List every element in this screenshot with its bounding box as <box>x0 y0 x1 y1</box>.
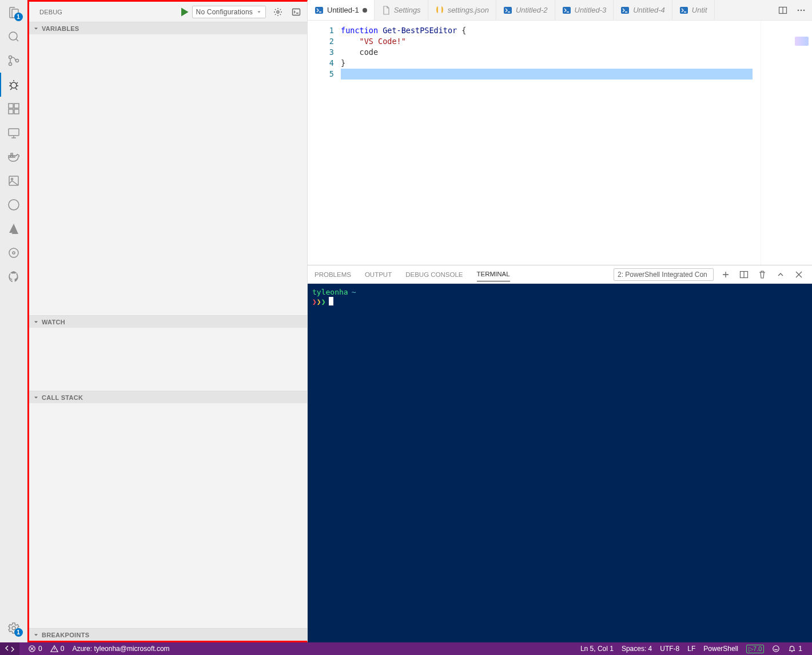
status-errors[interactable]: 0 <box>24 642 46 655</box>
debug-config-select[interactable]: No Configurations <box>192 6 266 18</box>
activity-bar: 1 <box>0 0 27 642</box>
activity-azure[interactable] <box>0 217 27 241</box>
editor-tab[interactable]: Settings <box>375 0 428 20</box>
activity-docker[interactable] <box>0 145 27 169</box>
section-callstack-header[interactable]: CALL STACK <box>29 391 307 403</box>
activity-github[interactable] <box>0 265 27 289</box>
remote-indicator[interactable] <box>0 642 19 655</box>
svg-point-4 <box>11 82 17 88</box>
close-panel-icon[interactable] <box>793 268 805 281</box>
split-editor-icon[interactable] <box>777 4 789 17</box>
tab-label: Untitled-4 <box>633 6 665 14</box>
activity-extensions[interactable] <box>0 97 27 121</box>
editor-tab[interactable]: Untit <box>672 0 715 20</box>
svg-point-11 <box>11 178 13 180</box>
svg-rect-22 <box>680 7 688 14</box>
panel-tab-problems[interactable]: PROBLEMS <box>315 268 351 281</box>
tab-label: Untitled-1 <box>327 6 359 14</box>
section-watch-header[interactable]: WATCH <box>29 315 307 328</box>
editor-area: Untitled-1Settingssettings.jsonUntitled-… <box>308 0 812 642</box>
new-terminal-icon[interactable] <box>719 268 732 281</box>
line-gutter: 12345 <box>308 21 341 265</box>
svg-rect-8 <box>14 104 19 108</box>
editor-tab[interactable]: settings.json <box>428 0 496 20</box>
status-bar: 0 0 Azure: tyleonha@microsoft.com Ln 5, … <box>0 642 812 655</box>
svg-rect-9 <box>9 129 19 136</box>
code-content[interactable]: function Get-BestPSEditor { "VS Code!" c… <box>341 21 812 265</box>
debug-console-icon[interactable] <box>290 6 302 18</box>
panel-tab-output[interactable]: OUTPUT <box>365 268 392 281</box>
section-breakpoints: BREAKPOINTS <box>29 628 307 641</box>
terminal-user: tyleonha <box>312 288 348 296</box>
svg-rect-19 <box>504 7 512 14</box>
activity-circle-icon[interactable] <box>0 241 27 265</box>
debug-title: DEBUG <box>39 9 178 15</box>
activity-bookmark-icon[interactable] <box>0 193 27 217</box>
tab-label: Settings <box>394 6 421 14</box>
terminal-prompt: ❯❯❯ <box>312 297 325 306</box>
activity-scm[interactable] <box>0 49 27 73</box>
chevron-down-icon <box>31 317 41 327</box>
section-variables-header[interactable]: VARIABLES <box>29 22 307 34</box>
editor-tab[interactable]: Untitled-1 <box>308 0 375 20</box>
tab-label: Untit <box>692 6 707 14</box>
svg-point-24 <box>798 9 799 11</box>
status-encoding[interactable]: UTF-8 <box>656 645 683 653</box>
svg-point-12 <box>9 200 19 210</box>
chevron-down-icon <box>31 24 41 33</box>
maximize-panel-icon[interactable] <box>774 268 787 281</box>
section-callstack: CALL STACK <box>29 391 307 628</box>
debug-header: DEBUG No Configurations <box>29 2 307 22</box>
section-variables: VARIABLES <box>29 22 307 315</box>
start-debug-button[interactable] <box>178 6 190 18</box>
code-editor[interactable]: 12345 function Get-BestPSEditor { "VS Co… <box>308 21 812 265</box>
status-cursor[interactable]: Ln 5, Col 1 <box>576 645 618 653</box>
svg-point-14 <box>13 252 15 254</box>
status-spaces[interactable]: Spaces: 4 <box>618 645 656 653</box>
panel-tab-terminal[interactable]: TERMINAL <box>477 267 510 281</box>
svg-rect-7 <box>14 109 19 114</box>
more-actions-icon[interactable] <box>795 4 807 17</box>
terminal-selector[interactable]: 2: PowerShell Integrated Con <box>614 268 714 281</box>
editor-tab[interactable]: Untitled-3 <box>555 0 614 20</box>
status-warnings[interactable]: 0 <box>46 642 69 655</box>
editor-tab-bar: Untitled-1Settingssettings.jsonUntitled-… <box>308 0 812 21</box>
activity-image-icon[interactable] <box>0 169 27 193</box>
terminal[interactable]: tyleonha~ ❯❯❯ <box>308 284 812 642</box>
status-language[interactable]: PowerShell <box>699 645 742 653</box>
explorer-badge: 1 <box>14 13 23 21</box>
svg-rect-5 <box>9 104 13 108</box>
svg-point-29 <box>773 645 779 652</box>
debug-settings-icon[interactable] <box>272 6 284 18</box>
status-feedback-icon[interactable] <box>768 645 784 653</box>
status-azure[interactable]: Azure: tyleonha@microsoft.com <box>68 642 173 655</box>
tab-label: Untitled-2 <box>516 6 548 14</box>
settings-badge: 1 <box>14 628 23 637</box>
status-notifications[interactable]: 1 <box>784 645 806 653</box>
editor-tab[interactable]: Untitled-2 <box>496 0 555 20</box>
svg-point-0 <box>9 32 17 40</box>
split-terminal-icon[interactable] <box>738 268 750 281</box>
svg-point-1 <box>9 56 11 59</box>
kill-terminal-icon[interactable] <box>756 268 769 281</box>
tab-label: Untitled-3 <box>575 6 607 14</box>
activity-debug[interactable] <box>0 73 27 97</box>
editor-tab[interactable]: Untitled-4 <box>614 0 672 20</box>
section-breakpoints-header[interactable]: BREAKPOINTS <box>29 628 307 641</box>
activity-remote[interactable] <box>0 121 27 145</box>
panel-tab-debug-console[interactable]: DEBUG CONSOLE <box>405 268 463 281</box>
activity-explorer[interactable]: 1 <box>0 1 27 25</box>
terminal-cwd: ~ <box>352 288 356 296</box>
terminal-cursor <box>329 297 333 305</box>
svg-point-3 <box>15 59 18 62</box>
svg-rect-6 <box>9 109 13 114</box>
svg-point-26 <box>803 9 805 11</box>
section-watch: WATCH <box>29 315 307 391</box>
activity-settings[interactable]: 1 <box>0 616 27 640</box>
svg-rect-20 <box>563 7 571 14</box>
status-ps-version[interactable]: ▷ 7.0 <box>742 645 768 653</box>
activity-search[interactable] <box>0 25 27 49</box>
chevron-down-icon <box>31 393 41 402</box>
svg-point-16 <box>277 11 279 13</box>
status-eol[interactable]: LF <box>683 645 699 653</box>
